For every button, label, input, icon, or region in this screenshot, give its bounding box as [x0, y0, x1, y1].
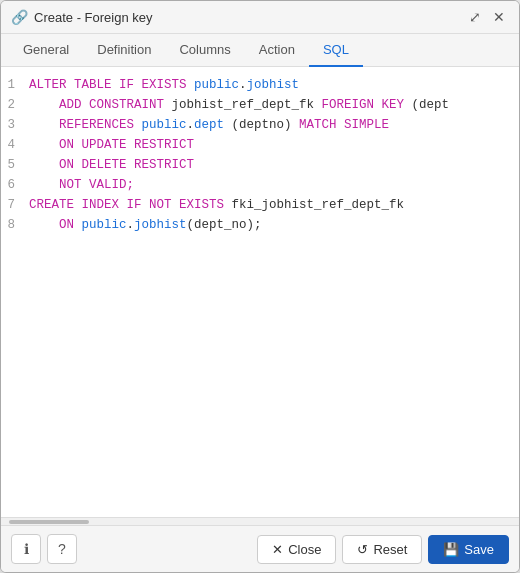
- code-line-5: 5 ON DELETE RESTRICT: [1, 155, 519, 175]
- code-line-1: 1 ALTER TABLE IF EXISTS public.jobhist: [1, 75, 519, 95]
- save-button[interactable]: 💾 Save: [428, 535, 509, 564]
- expand-button[interactable]: ⤢: [465, 7, 485, 27]
- titlebar-buttons: ⤢ ✕: [465, 7, 509, 27]
- line-number: 7: [1, 195, 29, 215]
- reset-icon: ↺: [357, 542, 368, 557]
- code-line-4: 4 ON UPDATE RESTRICT: [1, 135, 519, 155]
- line-code: ALTER TABLE IF EXISTS public.jobhist: [29, 75, 299, 95]
- close-label: Close: [288, 542, 321, 557]
- code-line-6: 6 NOT VALID;: [1, 175, 519, 195]
- footer-left-buttons: ℹ ?: [11, 534, 77, 564]
- close-window-button[interactable]: ✕: [489, 7, 509, 27]
- line-code: ON DELETE RESTRICT: [29, 155, 194, 175]
- line-code: NOT VALID;: [29, 175, 134, 195]
- line-number: 2: [1, 95, 29, 115]
- code-line-2: 2 ADD CONSTRAINT jobhist_ref_dept_fk FOR…: [1, 95, 519, 115]
- reset-button[interactable]: ↺ Reset: [342, 535, 422, 564]
- code-line-7: 7 CREATE INDEX IF NOT EXISTS fki_jobhist…: [1, 195, 519, 215]
- code-line-3: 3 REFERENCES public.dept (deptno) MATCH …: [1, 115, 519, 135]
- scrollbar-thumb[interactable]: [9, 520, 89, 524]
- tab-definition[interactable]: Definition: [83, 34, 165, 67]
- code-editor: 1 ALTER TABLE IF EXISTS public.jobhist 2…: [1, 75, 519, 509]
- tab-general[interactable]: General: [9, 34, 83, 67]
- tab-action[interactable]: Action: [245, 34, 309, 67]
- titlebar-title: Create - Foreign key: [34, 10, 153, 25]
- sql-content-area[interactable]: 1 ALTER TABLE IF EXISTS public.jobhist 2…: [1, 67, 519, 517]
- horizontal-scrollbar[interactable]: [1, 517, 519, 525]
- close-button[interactable]: ✕ Close: [257, 535, 336, 564]
- line-number: 6: [1, 175, 29, 195]
- footer-right-buttons: ✕ Close ↺ Reset 💾 Save: [257, 535, 509, 564]
- tab-bar: General Definition Columns Action SQL: [1, 34, 519, 67]
- titlebar-left: 🔗 Create - Foreign key: [11, 9, 153, 25]
- line-number: 5: [1, 155, 29, 175]
- line-number: 8: [1, 215, 29, 235]
- line-code: ON public.jobhist(dept_no);: [29, 215, 262, 235]
- tab-columns[interactable]: Columns: [165, 34, 244, 67]
- reset-label: Reset: [373, 542, 407, 557]
- line-code: ADD CONSTRAINT jobhist_ref_dept_fk FOREI…: [29, 95, 449, 115]
- info-icon: ℹ: [24, 541, 29, 557]
- line-number: 3: [1, 115, 29, 135]
- line-number: 4: [1, 135, 29, 155]
- help-button[interactable]: ?: [47, 534, 77, 564]
- code-line-8: 8 ON public.jobhist(dept_no);: [1, 215, 519, 235]
- save-icon: 💾: [443, 542, 459, 557]
- line-number: 1: [1, 75, 29, 95]
- dialog-window: 🔗 Create - Foreign key ⤢ ✕ General Defin…: [0, 0, 520, 573]
- help-icon: ?: [58, 541, 66, 557]
- line-code: REFERENCES public.dept (deptno) MATCH SI…: [29, 115, 389, 135]
- line-code: ON UPDATE RESTRICT: [29, 135, 194, 155]
- footer: ℹ ? ✕ Close ↺ Reset 💾 Save: [1, 525, 519, 572]
- info-button[interactable]: ℹ: [11, 534, 41, 564]
- line-code: CREATE INDEX IF NOT EXISTS fki_jobhist_r…: [29, 195, 404, 215]
- tab-sql[interactable]: SQL: [309, 34, 363, 67]
- titlebar: 🔗 Create - Foreign key ⤢ ✕: [1, 1, 519, 34]
- titlebar-icon: 🔗: [11, 9, 28, 25]
- close-icon: ✕: [272, 542, 283, 557]
- save-label: Save: [464, 542, 494, 557]
